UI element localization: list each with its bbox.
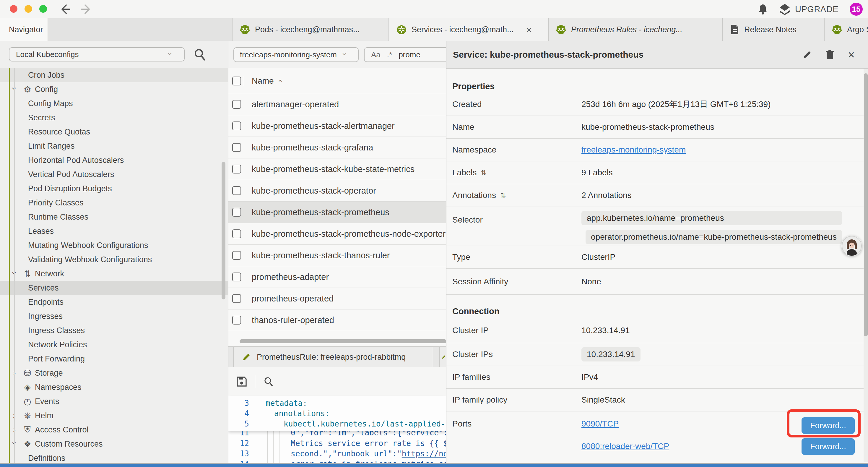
table-row[interactable]: kube-prometheus-stack-operator — [228, 180, 446, 202]
tree-chevron-icon[interactable] — [13, 411, 22, 420]
port-link-9090[interactable]: 9090/TCP — [582, 419, 669, 429]
tree-item[interactable]: ◈ Namespaces — [0, 380, 228, 394]
tree-chevron-icon[interactable] — [13, 269, 22, 279]
maximize-window-button[interactable] — [39, 5, 47, 13]
tree-item[interactable]: Pod Disruption Budgets — [0, 181, 228, 196]
port-link-8080[interactable]: 8080:reloader-web/TCP — [582, 442, 669, 451]
tab-services[interactable]: Services - icecheng@math... × — [389, 18, 548, 41]
tree-item[interactable]: Config Maps — [0, 96, 228, 111]
row-checkbox[interactable] — [232, 165, 241, 174]
bell-icon[interactable] — [758, 4, 768, 15]
row-checkbox[interactable] — [232, 272, 241, 282]
table-row[interactable]: prometheus-adapter — [228, 266, 446, 288]
tree-item[interactable]: Services — [0, 281, 228, 295]
table-row[interactable]: kube-prometheus-stack-thanos-ruler — [228, 245, 446, 266]
tree-item[interactable]: ⛁ Storage — [0, 366, 228, 380]
tree-item[interactable]: ⇅ Network — [0, 267, 228, 281]
upgrade-button[interactable]: UPGRADE — [779, 3, 838, 15]
table-row[interactable]: kube-prometheus-stack-alertmanager — [228, 115, 446, 137]
tree-item[interactable]: Resource Quotas — [0, 125, 228, 139]
property-value[interactable]: 9 Labels — [582, 168, 613, 177]
tree-item[interactable]: Network Policies — [0, 338, 228, 352]
close-window-button[interactable] — [10, 5, 18, 13]
minimize-window-button[interactable] — [25, 5, 32, 13]
tree-item[interactable]: Secrets — [0, 111, 228, 125]
search-filter-input[interactable]: Aa .* prome — [364, 47, 446, 62]
table-row[interactable]: kube-prometheus-stack-kube-state-metrics — [228, 158, 446, 180]
property-value[interactable]: 2 Annotations — [582, 191, 632, 200]
table-row[interactable]: thanos-ruler-operated — [228, 310, 446, 331]
table-row[interactable]: prometheus-operated — [228, 288, 446, 310]
runbook-url-link[interactable]: https://net — [402, 449, 446, 458]
delete-trash-icon[interactable] — [826, 50, 834, 60]
tree-item[interactable]: Ingress Classes — [0, 323, 228, 338]
edit-pencil-icon[interactable] — [802, 50, 812, 59]
tree-item[interactable]: ⛨ Access Control — [0, 423, 228, 437]
tab-release-notes[interactable]: Release Notes — [723, 18, 824, 41]
editor-tab-next[interactable] — [439, 347, 446, 368]
forward-arrow-icon[interactable] — [80, 4, 92, 15]
notification-count-badge[interactable]: 15 — [850, 3, 863, 16]
tree-item[interactable]: Definitions — [0, 451, 228, 464]
editor-search-icon[interactable] — [263, 376, 274, 387]
table-row[interactable]: kube-prometheus-stack-prometheus-node-ex… — [228, 223, 446, 245]
row-checkbox[interactable] — [232, 208, 241, 217]
details-scrollbar-thumb[interactable] — [864, 73, 868, 337]
select-all-checkbox[interactable] — [232, 77, 241, 85]
tree-item[interactable]: Ingresses — [0, 309, 228, 323]
yaml-editor[interactable]: 3 metadata: 4 annotations: 5 kubectl.kub… — [228, 396, 446, 464]
tree-item[interactable]: Port Forwarding — [0, 352, 228, 366]
forward-port-button-8080[interactable]: Forward... — [802, 438, 855, 455]
search-icon[interactable] — [193, 48, 206, 61]
table-row[interactable]: alertmanager-operated — [228, 94, 446, 115]
namespace-link[interactable]: freeleaps-monitoring-system — [582, 145, 686, 154]
tree-item[interactable]: Mutating Webhook Configurations — [0, 238, 228, 253]
tree-item[interactable]: Endpoints — [0, 295, 228, 309]
expand-collapse-icon[interactable]: ⇅ — [481, 169, 487, 177]
expand-collapse-icon[interactable]: ⇅ — [500, 192, 506, 200]
tree-item[interactable]: Vertical Pod Autoscalers — [0, 167, 228, 181]
regex-toggle[interactable]: .* — [387, 50, 392, 59]
tree-item[interactable]: Cron Jobs — [0, 68, 228, 82]
kubeconfig-selector[interactable]: Local Kubeconfigs — [9, 47, 185, 61]
back-arrow-icon[interactable] — [59, 4, 71, 15]
tree-item[interactable]: ◷ Events — [0, 394, 228, 408]
close-panel-icon[interactable]: × — [848, 49, 855, 61]
navigator-panel-tab[interactable]: Navigator — [0, 18, 48, 41]
name-column-header[interactable]: Name › — [252, 76, 281, 86]
close-tab-icon[interactable]: × — [526, 25, 532, 35]
table-row[interactable]: kube-prometheus-stack-prometheus — [228, 202, 446, 223]
tab-prometheus-rules[interactable]: Prometheus Rules - icecheng... — [548, 18, 723, 41]
tree-item[interactable]: Runtime Classes — [0, 210, 228, 224]
match-case-toggle[interactable]: Aa — [371, 50, 380, 59]
tree-item[interactable]: Leases — [0, 224, 228, 238]
tree-item[interactable]: ⎈ Helm — [0, 408, 228, 423]
row-checkbox[interactable] — [232, 316, 241, 324]
tree-item[interactable]: ❖ Custom Resources — [0, 437, 228, 451]
horizontal-scrollbar-thumb[interactable] — [240, 339, 446, 343]
tree-item[interactable]: Horizontal Pod Autoscalers — [0, 153, 228, 167]
row-checkbox[interactable] — [232, 251, 241, 260]
tree-item[interactable]: ⚙ Config — [0, 82, 228, 96]
namespace-filter-select[interactable]: freeleaps-monitoring-system — [234, 47, 359, 62]
tree-item[interactable]: Validating Webhook Configurations — [0, 253, 228, 267]
row-checkbox[interactable] — [232, 186, 241, 195]
row-checkbox[interactable] — [232, 143, 241, 152]
row-checkbox[interactable] — [232, 294, 241, 303]
save-icon[interactable] — [236, 376, 247, 387]
tree-chevron-icon[interactable] — [13, 439, 22, 449]
sidebar-scrollbar-thumb[interactable] — [222, 162, 225, 299]
row-checkbox[interactable] — [232, 100, 241, 109]
tree-item[interactable]: Limit Ranges — [0, 139, 228, 153]
tree-item[interactable]: Priority Classes — [0, 196, 228, 210]
row-checkbox[interactable] — [232, 229, 241, 238]
tree-chevron-icon[interactable] — [13, 85, 22, 94]
tab-argo[interactable]: Argo Se — [824, 18, 868, 41]
tab-pods[interactable]: Pods - icecheng@mathmas... — [232, 18, 389, 41]
editor-tab-prometheusrule[interactable]: PrometheusRule: freeleaps-prod-rabbitmq — [234, 347, 433, 368]
row-checkbox[interactable] — [232, 121, 241, 130]
tree-chevron-icon[interactable] — [13, 368, 22, 378]
tree-chevron-icon[interactable] — [13, 425, 22, 435]
user-avatar[interactable] — [841, 236, 862, 256]
table-row[interactable]: kube-prometheus-stack-grafana — [228, 137, 446, 158]
